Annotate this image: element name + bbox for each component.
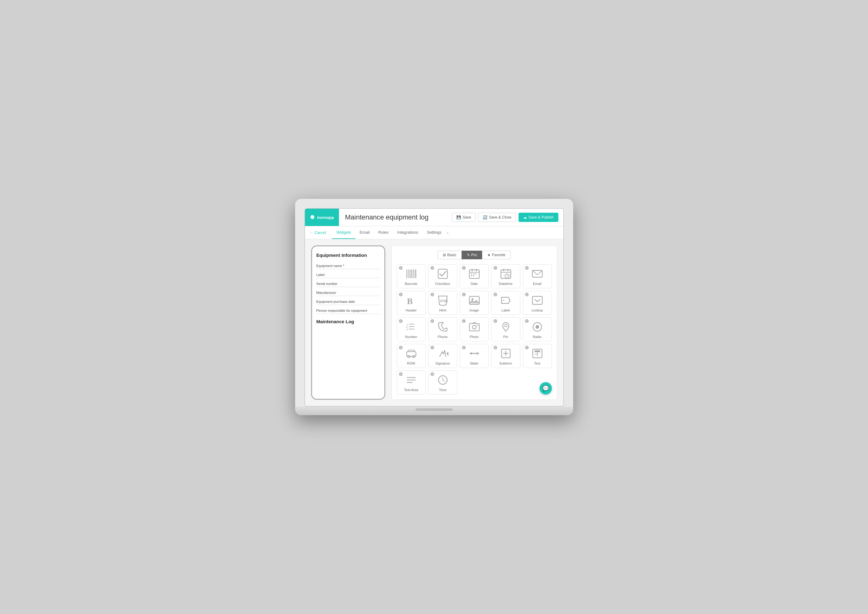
datetime-icon xyxy=(500,268,512,280)
barcode-icon xyxy=(405,268,417,280)
widget-type-tabs: ⊞ Basic ✎ Pro ★ Favorite xyxy=(397,251,552,259)
number-icon: 1 2 3 xyxy=(405,321,417,333)
svg-point-31 xyxy=(471,298,473,300)
html-label: Html xyxy=(439,309,446,312)
widget-html[interactable]: i HTML Html xyxy=(428,291,457,315)
brand-logo: moreapp xyxy=(305,209,339,226)
info-icon: i xyxy=(431,372,434,376)
svg-point-41 xyxy=(473,326,476,329)
save-close-button[interactable]: 🔄 Save & Close xyxy=(478,213,516,222)
widget-barcode[interactable]: i Barcode xyxy=(397,264,426,288)
tab-basic[interactable]: ⊞ Basic xyxy=(437,251,461,259)
info-icon: i xyxy=(462,293,466,296)
svg-rect-16 xyxy=(475,273,476,274)
save-publish-button[interactable]: ☁ Save & Publish xyxy=(518,213,558,222)
textarea-label: Text Area xyxy=(404,388,418,392)
widget-text[interactable]: i Text xyxy=(523,344,552,368)
subform-icon xyxy=(500,347,512,360)
widget-phone[interactable]: i Phone xyxy=(428,317,457,341)
photo-icon xyxy=(468,321,481,333)
widget-checkbox[interactable]: i Checkbox xyxy=(428,264,457,288)
signature-icon xyxy=(437,347,449,360)
page-title: Maintenance equipment log xyxy=(339,213,452,221)
widget-grid: i Barcode i Checkbox xyxy=(397,264,552,394)
svg-rect-14 xyxy=(471,273,472,274)
chat-button[interactable]: 💬 xyxy=(540,382,552,394)
svg-line-25 xyxy=(507,276,508,277)
widget-pin[interactable]: i Pin xyxy=(491,317,520,341)
widget-rdw[interactable]: i RDW xyxy=(397,344,426,368)
widget-textarea[interactable]: i Text Area xyxy=(397,371,426,394)
widget-slider[interactable]: i Slider xyxy=(460,344,489,368)
widget-number[interactable]: i 1 2 3 Num xyxy=(397,317,426,341)
date-label: Date xyxy=(471,282,478,285)
email-icon xyxy=(531,268,544,280)
tab-rules[interactable]: Rules xyxy=(374,226,393,239)
nav-collapse-button[interactable]: ‹ xyxy=(447,230,449,235)
widget-photo[interactable]: i Photo xyxy=(460,317,489,341)
info-icon: i xyxy=(493,266,497,270)
svg-rect-18 xyxy=(473,275,474,276)
widget-label[interactable]: i Label xyxy=(491,291,520,315)
tab-email[interactable]: Email xyxy=(355,226,374,239)
field-purchase-date: Equipment purchase date xyxy=(316,297,380,305)
svg-rect-7 xyxy=(414,270,415,278)
app-container: moreapp Maintenance equipment log 💾 Save… xyxy=(305,209,563,406)
text-icon xyxy=(531,347,544,360)
time-icon xyxy=(437,374,449,386)
cancel-button[interactable]: ← ← Cancel Cancel xyxy=(310,228,330,238)
widget-time[interactable]: i Time xyxy=(428,371,457,394)
widget-radio[interactable]: i Radio xyxy=(523,317,552,341)
slider-label: Slider xyxy=(470,361,478,365)
widget-image[interactable]: i Image xyxy=(460,291,489,315)
header-label: Header xyxy=(405,309,417,312)
svg-point-42 xyxy=(477,325,478,326)
text-label: Text xyxy=(534,361,540,365)
textarea-icon xyxy=(405,374,417,386)
svg-rect-2 xyxy=(409,270,409,278)
save-close-icon: 🔄 xyxy=(483,215,487,220)
svg-rect-3 xyxy=(410,270,410,278)
checkbox-icon xyxy=(437,268,449,280)
rdw-icon xyxy=(405,347,417,360)
widget-header[interactable]: i B Header xyxy=(397,291,426,315)
widget-signature[interactable]: i Signature xyxy=(428,344,457,368)
field-manufacturer: Manufacturer xyxy=(316,288,380,296)
star-icon: ★ xyxy=(487,253,491,257)
info-icon: i xyxy=(493,346,497,349)
barcode-label: Barcode xyxy=(405,282,417,285)
widget-lookup[interactable]: i Lookup xyxy=(523,291,552,315)
tab-favorite[interactable]: ★ Favorite xyxy=(482,251,510,259)
tab-integrations[interactable]: Integrations xyxy=(393,226,423,239)
info-icon: i xyxy=(493,319,497,323)
svg-point-45 xyxy=(535,325,539,329)
section-title-equipment: Equipment Information xyxy=(316,253,380,258)
tab-widgets[interactable]: Widgets xyxy=(332,226,355,239)
time-label: Time xyxy=(439,388,446,392)
header-actions: 💾 Save 🔄 Save & Close ☁ Save & Publish xyxy=(452,213,563,222)
save-publish-icon: ☁ xyxy=(523,215,527,220)
nav-bar: ← ← Cancel Cancel Widgets Email Rules In… xyxy=(305,226,563,239)
info-icon: i xyxy=(493,293,497,296)
save-button[interactable]: 💾 Save xyxy=(452,213,476,222)
info-icon: i xyxy=(525,319,529,323)
widget-datetime[interactable]: i Datetime xyxy=(491,264,520,288)
datetime-label: Datetime xyxy=(499,282,512,285)
image-label: Image xyxy=(470,309,479,312)
svg-text:3: 3 xyxy=(406,328,408,331)
photo-label: Photo xyxy=(470,335,479,339)
chat-icon: 💬 xyxy=(542,385,549,392)
widget-email[interactable]: i Email xyxy=(523,264,552,288)
info-icon: i xyxy=(525,293,529,296)
widget-subform[interactable]: i Subform xyxy=(491,344,520,368)
info-icon: i xyxy=(462,346,466,349)
date-icon xyxy=(468,268,481,280)
radio-icon xyxy=(531,321,544,333)
tab-pro[interactable]: ✎ Pro xyxy=(462,251,482,259)
pin-icon xyxy=(500,321,512,333)
widget-date[interactable]: i Date xyxy=(460,264,489,288)
svg-text:B: B xyxy=(407,296,413,306)
section-title-maintenance: Maintenance Log xyxy=(316,319,380,324)
tab-settings[interactable]: Settings xyxy=(423,226,446,239)
svg-text:HTML: HTML xyxy=(440,299,448,303)
